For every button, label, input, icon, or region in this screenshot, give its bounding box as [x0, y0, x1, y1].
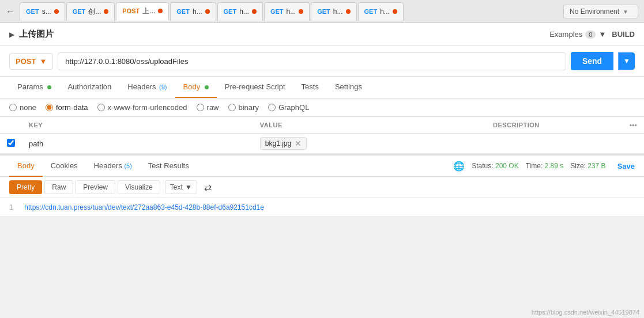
tab-GET-h2[interactable]: GET h... [217, 2, 263, 21]
tab-method-label: GET [224, 8, 237, 15]
radio-graphql-label: GraphQL [278, 103, 309, 112]
col-checkbox-header [0, 117, 22, 134]
tab-params-label: Params [17, 82, 43, 91]
radio-none[interactable]: none [9, 103, 36, 112]
tab-settings[interactable]: Settings [327, 77, 370, 98]
row-checkbox[interactable] [7, 139, 15, 147]
tab-method-label: GET [317, 8, 330, 15]
tab-GET-chuang[interactable]: GET 创... [66, 2, 115, 21]
radio-input-binary[interactable] [228, 104, 236, 111]
save-response-btn[interactable]: Save [617, 162, 635, 171]
radio-raw[interactable]: raw [197, 103, 219, 112]
tab-params[interactable]: Params [9, 77, 59, 98]
wrap-icon[interactable]: ⇄ [204, 182, 212, 193]
request-tabs: Params Authorization Headers (9) Body Pr… [0, 77, 644, 99]
tab-GET-h3[interactable]: GET h... [264, 2, 310, 21]
tab-title: h... [239, 7, 249, 16]
tab-headers[interactable]: Headers (9) [119, 77, 175, 98]
time-label: Time: 2.89 s [526, 162, 564, 170]
response-toolbar: Pretty Raw Preview Visualize Text ▼ ⇄ [0, 177, 644, 198]
tab-method-label: POST [122, 7, 140, 14]
request-bar: POST ▼ Send ▼ [0, 46, 644, 77]
row-key-cell: path [22, 134, 253, 154]
tab-dot [158, 9, 163, 13]
tab-authorization[interactable]: Authorization [59, 77, 119, 98]
tab-test-results[interactable]: Test Results [140, 156, 197, 177]
tab-GET-h4[interactable]: GET h... [311, 2, 356, 21]
expand-btn[interactable]: ▶ [9, 31, 14, 39]
tab-dot [299, 9, 303, 14]
row-value-cell: bkg1.jpg ✕ [253, 134, 486, 154]
visualize-btn[interactable]: Visualize [118, 180, 160, 194]
tab-title: h... [193, 7, 202, 16]
tab-dot [252, 9, 257, 14]
value-chip: bkg1.jpg ✕ [260, 137, 307, 150]
tab-POST-upload[interactable]: POST 上... [116, 2, 169, 21]
pretty-btn[interactable]: Pretty [9, 180, 42, 194]
tab-response-headers[interactable]: Headers (5) [86, 156, 140, 177]
method-label: POST [16, 57, 36, 66]
radio-urlencoded[interactable]: x-www-form-urlencoded [97, 103, 187, 112]
radio-input-urlencoded[interactable] [97, 104, 105, 111]
format-label: Text [170, 183, 183, 191]
tab-prerequest[interactable]: Pre-request Script [217, 77, 293, 98]
status-label: Status: 200 OK [472, 162, 518, 170]
tab-settings-label: Settings [335, 82, 362, 91]
globe-icon: 🌐 [453, 161, 465, 172]
env-dropdown[interactable]: No Environment ▼ [563, 5, 638, 18]
tab-title: h... [380, 7, 390, 16]
tab-response-body[interactable]: Body [9, 156, 43, 177]
radio-input-raw[interactable] [197, 104, 204, 111]
tab-method-label: GET [364, 8, 378, 15]
radio-input-form-data[interactable] [46, 104, 53, 111]
params-table: KEY VALUE DESCRIPTION ••• path [0, 117, 644, 154]
method-dropdown[interactable]: POST ▼ [9, 53, 53, 70]
params-table-wrapper: KEY VALUE DESCRIPTION ••• path [0, 117, 644, 154]
tab-GET-h1[interactable]: GET h... [170, 2, 216, 21]
radio-urlencoded-label: x-www-form-urlencoded [108, 103, 187, 112]
tab-cookies-label: Cookies [51, 161, 78, 170]
tab-cookies[interactable]: Cookies [43, 156, 86, 177]
tab-back-btn[interactable]: ← [2, 6, 18, 17]
tab-response-body-label: Body [17, 161, 35, 170]
send-dropdown-btn[interactable]: ▼ [618, 52, 635, 70]
radio-form-data[interactable]: form-data [46, 103, 88, 112]
env-selector[interactable]: No Environment ▼ [563, 5, 638, 18]
status-bar: 🌐 Status: 200 OK Time: 2.89 s Size: 237 … [453, 161, 635, 172]
tab-dot [393, 9, 397, 14]
radio-input-none[interactable] [9, 104, 17, 111]
env-label: No Environment [570, 7, 619, 16]
chip-remove-btn[interactable]: ✕ [295, 139, 302, 148]
response-url-link[interactable]: https://cdn.tuan.press/tuan/dev/text/272… [24, 203, 264, 211]
build-btn[interactable]: BUILD [612, 30, 635, 39]
tab-method-label: GET [176, 8, 190, 15]
tab-title: 上... [142, 6, 155, 16]
radio-binary[interactable]: binary [228, 103, 259, 112]
params-dot [47, 85, 51, 89]
radio-raw-label: raw [207, 103, 219, 112]
examples-btn[interactable]: Examples 0 ▼ [549, 30, 606, 39]
tab-GET-h5[interactable]: GET h... [358, 2, 404, 21]
tab-dot [346, 9, 351, 14]
tab-tests[interactable]: Tests [293, 77, 327, 98]
tab-body[interactable]: Body [175, 77, 217, 98]
raw-btn[interactable]: Raw [44, 180, 73, 194]
headers-count: (9) [159, 84, 167, 90]
response-tabs: Body Cookies Headers (5) Test Results 🌐 … [0, 154, 644, 177]
preview-btn[interactable]: Preview [76, 180, 115, 194]
col-key-header: KEY [22, 117, 253, 134]
body-dot [205, 85, 209, 89]
tab-method-label: GET [26, 8, 39, 15]
tab-dot [205, 9, 210, 14]
tab-method-label: GET [270, 8, 284, 15]
radio-input-graphql[interactable] [268, 104, 276, 111]
watermark: https://blog.csdn.net/weixin_44519874 [532, 309, 639, 316]
send-btn[interactable]: Send [571, 52, 613, 70]
chevron-down-icon: ▼ [39, 57, 47, 66]
radio-graphql[interactable]: GraphQL [268, 103, 309, 112]
tab-GET-s[interactable]: GET s... [20, 2, 65, 21]
format-dropdown[interactable]: Text ▼ [165, 180, 197, 194]
row-description-cell [486, 134, 623, 154]
url-input[interactable] [58, 52, 566, 70]
examples-count: 0 [585, 31, 596, 39]
